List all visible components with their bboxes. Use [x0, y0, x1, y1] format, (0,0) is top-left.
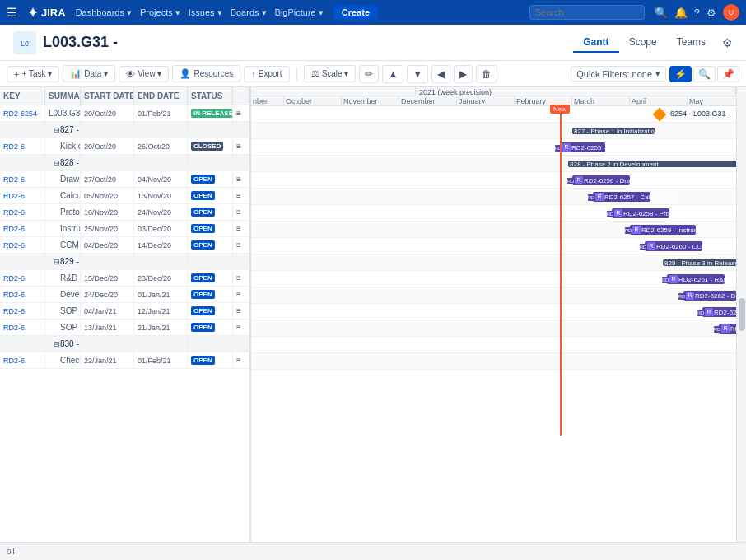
settings-nav-icon[interactable]: ⚙ — [706, 7, 716, 19]
table-row[interactable]: RD2-6.Calculation05/Nov/2013/Nov/20OPEN≡ — [0, 188, 249, 204]
table-row[interactable]: RD2-6.Check of first s...22/Jan/2101/Feb… — [0, 352, 249, 369]
cell-actions[interactable] — [233, 336, 249, 352]
gantt-year-past — [251, 87, 416, 96]
edit-button[interactable]: ✏ — [359, 65, 379, 83]
filter-lightning-button[interactable]: ⚡ — [669, 66, 692, 82]
gantt-bar[interactable]: 829 - Phase 3 in Release — [663, 259, 736, 266]
cell-actions[interactable]: ≡ — [233, 303, 249, 319]
cell-actions[interactable]: ≡ — [233, 270, 249, 286]
gantt-bar[interactable]: RRD2-6257 - Calculation — [593, 192, 650, 202]
status-badge: OPEN — [191, 240, 215, 250]
create-button[interactable]: Create — [333, 5, 378, 20]
cell-status: CLOSED — [188, 138, 233, 154]
cell-status — [188, 254, 233, 269]
help-icon[interactable]: ? — [694, 7, 700, 19]
nav-dashboards[interactable]: Dashboards ▾ — [76, 7, 132, 18]
col-key: KEY — [0, 87, 45, 105]
tab-scope[interactable]: Scope — [619, 33, 667, 53]
cell-actions[interactable]: ≡ — [233, 204, 249, 220]
move-up-button[interactable]: ▲ — [382, 65, 403, 83]
cell-actions[interactable]: ≡ — [233, 138, 249, 154]
delete-button[interactable]: 🗑 — [476, 65, 497, 83]
gantt-bar[interactable]: RRD2-6259 - Instruction available — [630, 225, 696, 235]
table-row[interactable]: ⊟ 830 - Phase 4 in Clo... — [0, 336, 249, 352]
cell-actions[interactable] — [233, 254, 249, 269]
gantt-bar[interactable]: RRD2-6255 - Kick off E-Mail — [560, 142, 605, 152]
table-row[interactable]: ⊟ 828 - Phase 2 in Dev... — [0, 155, 249, 171]
move-down-button[interactable]: ▼ — [407, 65, 428, 83]
search-input[interactable] — [529, 5, 645, 20]
gantt-area[interactable]: 2021 (week precision) nberOctoberNovembe… — [251, 87, 736, 542]
cell-actions[interactable]: ≡ — [233, 171, 249, 187]
task-button[interactable]: + + Task ▾ — [7, 66, 59, 82]
export-button[interactable]: ↑ Export — [244, 66, 289, 82]
table-row[interactable]: RD2-6.SOP e-kit PE do...04/Jan/2112/Jan/… — [0, 303, 249, 320]
cell-actions[interactable]: ≡ — [233, 237, 249, 253]
scale-button[interactable]: ⚖ Scale ▾ — [304, 65, 357, 82]
scrollbar-thumb[interactable] — [739, 298, 745, 331]
gantt-bar[interactable]: RRD2-6262 - Development Project closed — [683, 291, 736, 301]
gantt-row: RRD2-6264 - SOP first stockingRD — [251, 320, 736, 337]
tab-teams[interactable]: Teams — [667, 33, 716, 53]
cell-actions[interactable]: ≡ — [233, 221, 249, 236]
cell-actions[interactable]: ≡ — [233, 352, 249, 368]
move-right-button[interactable]: ▶ — [454, 65, 473, 83]
nav-projects[interactable]: Projects ▾ — [140, 7, 180, 18]
nav-bigpicture[interactable]: BigPicture ▾ — [275, 7, 324, 18]
data-button[interactable]: 📊 Data ▾ — [63, 65, 115, 82]
table-row[interactable]: ⊟ 827 - Phase 1 in Init... — [0, 122, 249, 138]
table-row[interactable]: RD2-6.Development P...24/Dec/2001/Jan/21… — [0, 287, 249, 303]
table-row[interactable]: RD2-6.Instruction ava...25/Nov/2003/Dec/… — [0, 221, 249, 237]
move-left-button[interactable]: ◀ — [431, 65, 450, 83]
cell-actions[interactable] — [233, 155, 249, 170]
table-row[interactable]: RD2-6.Prototype teste...16/Nov/2024/Nov/… — [0, 204, 249, 221]
cell-summary: Development P... — [45, 287, 81, 302]
table-row[interactable]: RD2-6.Kick off E-Mail20/Oct/2026/Oct/20C… — [0, 138, 249, 155]
cell-status: OPEN — [188, 287, 233, 302]
nav-issues[interactable]: Issues ▾ — [189, 7, 222, 18]
notifications-icon[interactable]: 🔔 — [674, 7, 688, 19]
gantt-bar[interactable]: 827 - Phase 1 in Initialization — [572, 128, 655, 134]
view-button[interactable]: 👁 View ▾ — [119, 66, 169, 82]
table-row[interactable]: RD2-6254L003.G31 -20/Oct/2001/Feb/21IN R… — [0, 105, 249, 122]
filter-dropdown-icon[interactable]: ▾ — [655, 68, 660, 79]
search-nav-icon[interactable]: 🔍 — [655, 7, 668, 19]
gantt-bar[interactable]: RRD2-6261 - R&D Information Email — [667, 274, 725, 284]
cell-actions[interactable]: ≡ — [233, 320, 249, 335]
hamburger-icon[interactable]: ☰ — [7, 6, 17, 19]
status-badge: OPEN — [191, 191, 215, 200]
gantt-bar[interactable]: RRD2-6264 - SOP first stocking — [719, 324, 736, 334]
cell-actions[interactable] — [233, 122, 249, 138]
cell-start: 04/Dec/20 — [81, 237, 134, 253]
tab-gantt[interactable]: Gantt — [573, 33, 618, 53]
gantt-bar[interactable]: 828 - Phase 2 in Development — [568, 161, 736, 167]
cell-summary: Check of first s... — [45, 352, 81, 368]
table-row[interactable]: ⊟ 829 - Phase 3 in Rel... — [0, 254, 249, 270]
gantt-month-8: May — [688, 96, 736, 105]
gantt-row: 830 - Phase 4 in Closing — [251, 337, 736, 353]
cell-start: 20/Oct/20 — [81, 138, 134, 154]
cell-key: RD2-6. — [0, 303, 45, 319]
gantt-bar[interactable]: RRD2-6260 - CCM — [645, 241, 702, 251]
gantt-bar-label: RD2-6257 - Calculation — [604, 192, 673, 202]
table-row[interactable]: RD2-6.Drawing27/Oct/2004/Nov/20OPEN≡ — [0, 171, 249, 188]
filter-pin-button[interactable]: 📌 — [717, 66, 739, 82]
gantt-bar[interactable]: RRD2-6263 - SOP e-kit PE doc — [702, 307, 736, 317]
cell-start — [81, 336, 134, 352]
resources-button[interactable]: 👤 Resources — [172, 65, 240, 82]
avatar[interactable]: U — [723, 4, 739, 21]
table-row[interactable]: RD2-6.SOP first stockin...13/Jan/2121/Ja… — [0, 320, 249, 336]
table-row[interactable]: RD2-6.R&D Informatio...15/Dec/2023/Dec/2… — [0, 270, 249, 287]
cell-actions[interactable]: ≡ — [233, 188, 249, 203]
gantt-month-6: March — [572, 96, 630, 105]
cell-actions[interactable]: ≡ — [233, 105, 249, 121]
settings-icon[interactable]: ⚙ — [722, 36, 733, 49]
cell-actions[interactable]: ≡ — [233, 287, 249, 302]
gantt-bar[interactable]: RRD2-6258 - Prototype tested — [612, 208, 669, 218]
gantt-bar[interactable]: RRD2-6256 - Drawing — [572, 175, 630, 185]
filter-search-button[interactable]: 🔍 — [693, 66, 716, 82]
table-row[interactable]: RD2-6.CCM04/Dec/2014/Dec/20OPEN≡ — [0, 237, 249, 254]
right-scrollbar[interactable] — [736, 87, 746, 542]
gantt-bar-label: RD2-6260 - CCM — [656, 241, 707, 251]
nav-boards[interactable]: Boards ▾ — [231, 7, 267, 18]
